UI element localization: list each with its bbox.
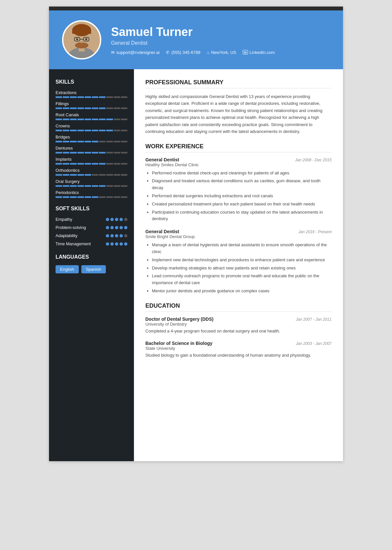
skill-segment [63,130,69,131]
dot [110,218,114,221]
edu-description: Studied biology to gain a foundational u… [145,352,332,359]
edu-school: University of Dentistry [145,322,332,327]
skill-segment [92,163,98,165]
skill-segment [106,107,113,109]
dot [124,218,127,221]
skill-segment [63,185,69,187]
skill-segment [77,107,84,109]
language-tag: English [56,265,79,273]
skill-name: Periodontics [56,190,127,195]
skill-item: Oral Surgery [56,179,127,187]
svg-point-4 [72,24,91,36]
skill-segment [114,96,120,98]
soft-skill-name: Problem-solving [56,225,86,230]
soft-skill-name: Adaptability [56,233,77,238]
skill-segment [92,174,98,176]
work-bullet: Mentor junior dentists and provide guida… [152,288,332,295]
skill-segment [85,130,91,131]
skill-segment [114,185,120,187]
skill-segment [63,196,69,198]
soft-skill-item: Problem-solving [56,225,127,230]
skill-segment [121,196,127,198]
skill-segment [121,185,127,187]
skill-segment [92,185,98,187]
skill-segment [77,185,84,187]
skill-segment [121,107,127,109]
header-info: Samuel Turner General Dentist ✉ support@… [111,25,275,55]
dot [110,226,114,229]
skill-item: Fillings [56,101,127,109]
skill-segment [56,107,62,109]
skill-segment [56,152,62,154]
skill-bar [56,96,127,98]
resume-container: Samuel Turner General Dentist ✉ support@… [49,7,343,461]
contact-phone: ✆ (555) 345-6789 [166,50,200,55]
skill-segment [99,196,106,198]
skill-bar [56,196,127,198]
skill-segment [106,196,113,198]
work-bullets: Manage a team of dental hygienists and d… [145,242,332,295]
skill-bar [56,185,127,187]
skill-segment [114,130,120,131]
edu-school: State University [145,346,332,351]
dot [124,242,127,246]
skill-segment [106,130,113,131]
skill-name: Orthodontics [56,168,127,173]
skill-segment [114,174,120,176]
skill-segment [106,152,113,154]
svg-rect-5 [72,30,91,34]
candidate-name: Samuel Turner [111,25,275,39]
skill-segment [92,196,98,198]
skill-segment [63,141,69,142]
work-bullet: Performed dental surgeries including ext… [152,193,332,200]
skill-segment [99,130,106,131]
skill-segment [121,96,127,98]
dot [120,234,123,237]
skill-segment [121,119,127,120]
skill-segment [70,163,76,165]
skill-segment [92,119,98,120]
skill-segment [106,185,113,187]
skill-name: Crowns [56,123,127,128]
candidate-title: General Dentist [111,40,275,46]
skill-item: Periodontics [56,190,127,198]
education-section-title: EDUCATION [145,302,332,312]
work-company: Smile Bright Dental Group [145,234,332,239]
skill-segment [106,141,113,142]
skill-segment [63,163,69,165]
skill-bar [56,141,127,142]
dot [110,234,114,237]
soft-skill-item: Empathy [56,217,127,222]
work-bullet: Created personalized treatment plans for… [152,201,332,208]
skill-name: Bridges [56,135,127,139]
edu-header: Doctor of Dental Surgery (DDS)Jan 2007 -… [145,316,332,322]
main-content: PROFESSIONAL SUMMARY Highly skilled and … [134,69,343,461]
skill-segment [56,196,62,198]
dot [106,226,109,229]
contact-email: ✉ support@cvdesigner.ai [111,50,159,55]
skill-name: Fillings [56,101,127,106]
skill-segment [99,174,106,176]
language-tag: Spanish [81,265,106,273]
skill-segment [92,141,98,142]
phone-icon: ✆ [166,50,170,55]
skill-segment [77,152,84,154]
education-list: Doctor of Dental Surgery (DDS)Jan 2007 -… [145,316,332,359]
skill-segment [85,107,91,109]
work-bullet: Implement new dental technologies and pr… [152,257,332,264]
work-dates: Jan 2016 - Present [299,230,332,234]
skill-segment [56,174,62,176]
skill-segment [70,152,76,154]
work-position: General Dentist [145,157,179,162]
skill-segment [56,96,62,98]
skill-segment [99,107,106,109]
skill-bar [56,174,127,176]
skill-segment [77,119,84,120]
dot [115,242,118,246]
skill-segment [99,163,106,165]
soft-skill-dots [106,242,127,246]
contact-list: ✉ support@cvdesigner.ai ✆ (555) 345-6789… [111,50,275,55]
dot [120,218,123,221]
skill-segment [63,152,69,154]
skill-segment [56,163,62,165]
